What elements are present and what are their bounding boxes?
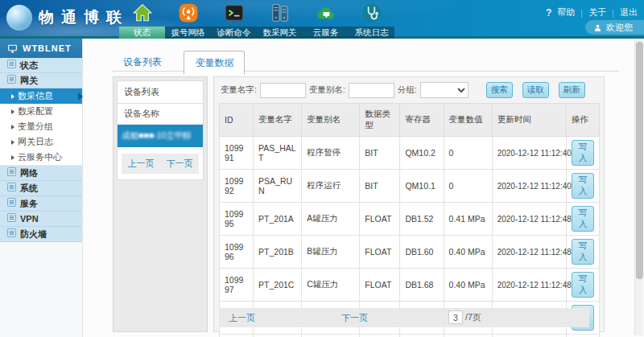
cell-value: 0 [444,137,492,170]
group-select[interactable] [420,82,469,98]
nav-item-diagnostic-command[interactable]: 诊断命令 [211,0,257,39]
app-root: 物通博联 状态拨号网络诊断命令数采网关云服务系统日志 ?帮助|关于|退出 欢迎您… [0,0,644,337]
triangle-bullet-icon [11,155,14,160]
sidebar-item-label: 系统 [20,181,38,195]
sidebar-subitem-label: 云服务中心 [18,150,62,165]
cell-id: 109992 [220,170,254,203]
monitor-icon [7,43,18,54]
scrollbar-thumb[interactable] [636,42,643,279]
sidebar-brand-text: WTBLNET [23,43,72,53]
nav-item-cloud-service[interactable]: 云服务 [303,0,349,39]
nav-item-system-log[interactable]: 系统日志 [349,0,394,39]
sidebar-item-label: 网关 [20,73,38,88]
write-button[interactable]: 写入 [572,173,594,199]
group-label: 分组: [398,84,417,96]
nav-item-label: 诊断命令 [211,27,257,39]
cell-updated: 2020-12-12 11:12:48 [492,203,566,236]
help-link[interactable]: 帮助 [557,6,575,18]
sidebar-subitem-data-collection-config[interactable]: 数采配置 [0,104,82,119]
sidebar-subitem-cloud-service-center[interactable]: 云服务中心 [0,150,82,165]
cell-id: 109991 [220,137,254,170]
list-icon [7,58,16,72]
write-button[interactable]: 写入 [572,239,594,265]
next-page-link[interactable]: 下一页 [341,312,368,324]
sidebar-submenu: 数采信息数采配置变量分组网关日志云服务中心 [0,88,82,166]
sidebar-item-label: 网络 [20,166,38,180]
variable-alias-label: 变量别名: [309,84,345,96]
list-icon [7,73,16,88]
home-icon [132,2,153,23]
tab-device-list[interactable]: 设备列表 [113,51,172,73]
sidebar-item-system[interactable]: 系统 [0,181,82,196]
device-panel-title: 设备列表 [118,81,203,104]
cell-updated: 2020-12-12 11:12:00 [492,335,566,337]
sidebar-subitem-variable-group[interactable]: 变量分组 [0,119,82,134]
column-header-alias: 变量别名 [302,104,360,137]
cell-register: DB1.60 [400,236,444,269]
sidebar-item-service[interactable]: 服务 [0,196,82,212]
filter-bar: 变量名字: 变量别名: 分组: 搜索 读取 刷新 [214,77,604,102]
nav-item-label: 数采网关 [257,27,303,39]
cell-name: PAS_HALT [254,137,302,170]
cell-value: 0.40 MPa [444,269,492,302]
sidebar-item-firewall[interactable]: 防火墙 [0,227,82,242]
write-button[interactable]: 写入 [572,272,594,298]
header-links: ?帮助|关于|退出 [546,6,638,18]
variable-table: ID变量名字变量别名数据类型寄存器变量数值更新时间操作 109991PAS_HA… [219,103,600,337]
cell-dtype: FLOAT [360,269,400,302]
column-header-value: 变量数值 [444,104,492,137]
cloud-icon [316,2,336,23]
search-button[interactable]: 搜索 [486,82,513,98]
cell-register: DB1.264 [400,335,444,337]
logout-link[interactable]: 退出 [620,6,638,18]
device-next-page-link[interactable]: 下一页 [167,158,193,170]
read-button[interactable]: 读取 [522,82,549,98]
device-prev-page-link[interactable]: 上一页 [128,158,155,170]
cell-alias: B罐压力 [302,236,360,269]
welcome-badge[interactable]: 欢迎您 [585,20,644,35]
page-number-input[interactable] [448,310,463,324]
brand-logo: 物通博联 [6,5,129,31]
sidebar-item-gateway[interactable]: 网关 [0,73,82,88]
write-button[interactable]: 写入 [572,140,594,166]
main-nav: 状态拨号网络诊断命令数采网关云服务系统日志 [119,0,394,39]
about-link[interactable]: 关于 [588,6,606,18]
sidebar-brand: WTBLNET [0,39,82,58]
cell-action: 写入 [566,236,599,269]
variable-alias-input[interactable] [349,83,394,98]
sidebar-item-status[interactable]: 状态 [0,58,82,73]
list-icon [7,196,16,211]
nav-item-dial-network[interactable]: 拨号网络 [165,0,211,39]
cell-name: PSA_RUN [254,170,302,203]
device-list-panel: 设备列表 设备名称 成都■■■-10立甲醇 上一页 下一页 [113,76,208,332]
cell-action: 写入 [566,170,599,203]
sidebar-item-network[interactable]: 网络 [0,166,82,181]
refresh-button[interactable]: 刷新 [559,82,585,98]
page-total-text: /7页 [465,312,481,323]
table-row: 109991PAS_HALT程序暂停BITQM10.202020-12-12 1… [220,137,600,170]
column-header-dtype: 数据类型 [360,104,400,137]
variable-table-wrap: ID变量名字变量别名数据类型寄存器变量数值更新时间操作 109991PAS_HA… [219,103,599,337]
nav-item-data-gateway[interactable]: 数采网关 [257,0,303,39]
triangle-bullet-icon [11,94,14,99]
tab-variable-data[interactable]: 变量数据 [184,51,245,75]
brand-title: 物通博联 [39,7,129,28]
device-item-selected[interactable]: 成都■■■-10立甲醇 [118,125,203,147]
sidebar-subitem-data-collection-info[interactable]: 数采信息 [0,88,82,104]
sidebar-item-label: VPN [20,212,39,226]
sidebar-item-vpn[interactable]: VPN [0,212,82,227]
variable-name-input[interactable] [260,83,306,98]
cell-alias: 终充调节阀输出 [302,335,360,337]
sidebar-subitem-gateway-log[interactable]: 网关日志 [0,134,82,150]
device-name-text: 成都■■■-10立甲醇 [122,130,192,140]
sidebar-item-label: 状态 [20,58,38,72]
list-icon [7,166,16,180]
cell-register: QM10.2 [400,137,444,170]
terminal-icon [224,2,245,23]
column-header-id: ID [220,104,254,137]
cell-value: 0.00 % [444,335,492,337]
gateway-icon [270,2,291,23]
write-button[interactable]: 写入 [572,206,594,232]
prev-page-link[interactable]: 上一页 [229,312,255,324]
nav-item-status[interactable]: 状态 [119,0,165,39]
